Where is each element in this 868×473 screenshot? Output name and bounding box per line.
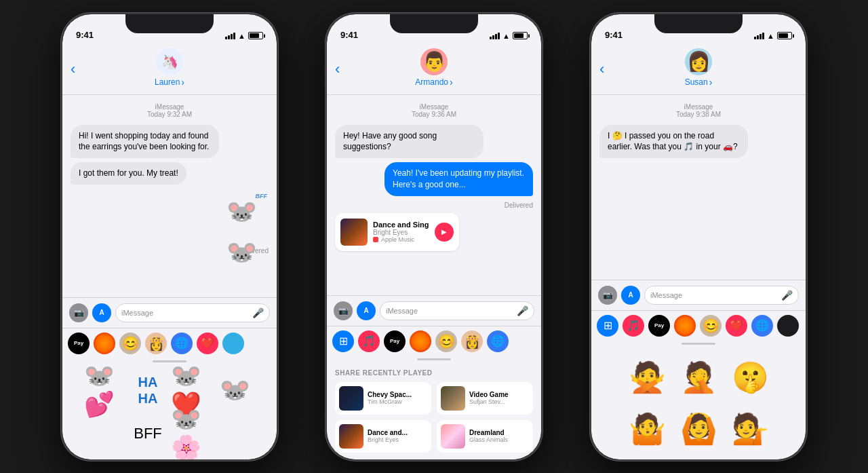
message-input-2[interactable]: iMessage 🎤: [380, 301, 534, 320]
apple-pay-icon-2[interactable]: Pay: [384, 330, 406, 352]
heart-icon-3[interactable]: ❤️: [726, 315, 747, 337]
apps-btn-3[interactable]: A: [621, 286, 640, 305]
messages-area-1: iMessageToday 9:32 AM Hi! I went shoppin…: [62, 95, 277, 297]
back-button-2[interactable]: ‹: [335, 62, 340, 77]
share-info-1: Chevy Spac... Tim McGraw: [368, 391, 412, 405]
share-sub-3: Bright Eyes: [368, 436, 408, 443]
phone-frame-2: 9:41 ▲ ‹ 👨 Armando: [326, 13, 542, 461]
apps-btn-1[interactable]: A: [92, 303, 111, 322]
share-item-1[interactable]: Chevy Spac... Tim McGraw: [335, 382, 431, 415]
message-input-3[interactable]: iMessage 🎤: [644, 286, 799, 305]
phone-3: 9:41 ▲ ‹ 👩 Susan: [566, 0, 831, 473]
bar2: [228, 35, 230, 39]
music-artist: Bright Eyes: [373, 229, 429, 236]
audio-btn-1[interactable]: 🎤: [252, 307, 264, 318]
memoji-6[interactable]: 💁: [726, 405, 774, 453]
camera-btn-1[interactable]: 📷: [69, 303, 88, 322]
signal-2: [490, 32, 500, 39]
music-icon-2[interactable]: 🎵: [358, 330, 380, 352]
globe-icon-3[interactable]: 🌐: [751, 315, 773, 337]
audio-btn-2[interactable]: 🎤: [517, 305, 528, 316]
contact-name-3[interactable]: Susan: [685, 77, 713, 88]
avatar-1: 🦄: [156, 48, 183, 75]
share-info-4: Dreamland Glass Animals: [469, 429, 508, 443]
wifi-icon-2: ▲: [502, 32, 510, 40]
share-item-3[interactable]: Dance and... Bright Eyes: [335, 420, 431, 453]
notch-1: [125, 14, 214, 33]
sticker-icon-4[interactable]: 👸: [461, 330, 483, 352]
music-icon-1[interactable]: [94, 333, 115, 354]
share-title-2: Video Game: [469, 391, 509, 398]
message-row-1: Hi! I went shopping today and found the …: [71, 125, 269, 159]
status-icons-3: ▲: [754, 32, 792, 40]
play-button[interactable]: ▶: [435, 223, 454, 242]
sticker-icon-5[interactable]: 😊: [700, 315, 722, 337]
share-item-4[interactable]: Dreamland Glass Animals: [437, 420, 533, 453]
apps-icon-2[interactable]: ⊞: [332, 330, 354, 352]
message-input-1[interactable]: iMessage 🎤: [115, 303, 270, 322]
sticker-icon-3[interactable]: 😊: [435, 330, 457, 352]
sticker-icon-1[interactable]: 😊: [119, 333, 141, 354]
bar2-3: [757, 35, 759, 39]
camera-btn-2[interactable]: 📷: [334, 301, 353, 320]
share-thumb-3: [339, 424, 363, 449]
apps-icon-3[interactable]: ⊞: [597, 315, 618, 337]
dark-icon-3[interactable]: [777, 315, 799, 337]
apps-btn-2[interactable]: A: [357, 301, 376, 320]
apple-music-logo: [373, 237, 378, 242]
heart-icon-1[interactable]: ❤️: [197, 333, 218, 354]
bar3-3: [760, 34, 762, 39]
music-thumb: [340, 219, 368, 246]
contact-name-2[interactable]: Armando: [415, 77, 452, 88]
contact-name-1[interactable]: Lauren: [155, 77, 184, 88]
apps-bar-3: ⊞ 🎵 Pay 😊 ❤️ 🌐: [591, 310, 806, 341]
share-thumb-4: [441, 424, 465, 449]
phone-frame-1: 9:41 ▲ ‹ 🦄 Lauren: [61, 13, 278, 461]
bubble-2: I got them for you. My treat!: [71, 162, 186, 185]
apple-pay-icon-3[interactable]: Pay: [648, 315, 670, 337]
memoji-2[interactable]: 🤦: [675, 354, 722, 401]
back-button-1[interactable]: ‹: [71, 62, 75, 77]
phone-screen-2: 9:41 ▲ ‹ 👨 Armando: [327, 14, 541, 459]
music-card[interactable]: Dance and Sing Bright Eyes Apple Music ▶: [335, 213, 459, 251]
share-item-2[interactable]: Video Game Sufjan Stev...: [437, 382, 533, 415]
rainbow-icon-2[interactable]: [410, 330, 431, 352]
memoji-3[interactable]: 🤫: [726, 354, 774, 401]
sticker-6[interactable]: 🐭🌸: [171, 413, 212, 454]
sticker-2[interactable]: HAHA: [127, 370, 168, 411]
audio-btn-3[interactable]: 🎤: [781, 290, 793, 301]
scroll-indicator-3: [682, 343, 715, 345]
sticker-4[interactable]: 🐭: [214, 370, 255, 411]
music-info: Dance and Sing Bright Eyes Apple Music: [373, 221, 429, 243]
globe-icon-1[interactable]: 🌐: [171, 333, 193, 354]
memoji-1[interactable]: 🙅: [623, 354, 671, 401]
signal-3: [754, 32, 764, 39]
share-grid: Chevy Spac... Tim McGraw Video Game Sufj…: [335, 382, 533, 453]
memoji-panel: 🙅 🤦 🤫 🤷 🙆 💁: [591, 347, 806, 459]
back-button-3[interactable]: ‹: [599, 62, 604, 77]
music-icon-3[interactable]: 🎵: [623, 315, 644, 337]
sticker-5[interactable]: BFF: [127, 413, 168, 454]
timestamp-1: iMessageToday 9:32 AM: [71, 103, 269, 118]
power-btn: [277, 130, 278, 177]
power-btn-2: [541, 130, 542, 177]
share-title-4: Dreamland: [469, 429, 508, 436]
memoji-4[interactable]: 🤷: [623, 405, 671, 453]
globe-icon-2[interactable]: 🌐: [487, 330, 509, 352]
timestamp-2: iMessageToday 9:36 AM: [335, 103, 533, 118]
message-row-3: Hey! Have any good song suggestions?: [335, 125, 533, 159]
sticker-icon-2[interactable]: 👸: [145, 333, 167, 354]
rainbow-icon-3[interactable]: [674, 315, 696, 337]
camera-btn-3[interactable]: 📷: [598, 286, 617, 305]
scroll-indicator-2: [417, 358, 451, 360]
sticker-1[interactable]: 🐭💕: [84, 370, 125, 411]
bar1-3: [754, 37, 756, 39]
bar4-3: [762, 33, 764, 39]
notch-3: [654, 14, 743, 33]
sticker-3[interactable]: 🐭❤️: [171, 370, 212, 411]
apple-pay-icon-1[interactable]: Pay: [68, 333, 90, 354]
memoji-5[interactable]: 🙆: [675, 405, 722, 453]
bar1-2: [490, 37, 492, 39]
blue-icon-1[interactable]: [222, 333, 244, 354]
input-placeholder-3: iMessage: [650, 291, 682, 299]
